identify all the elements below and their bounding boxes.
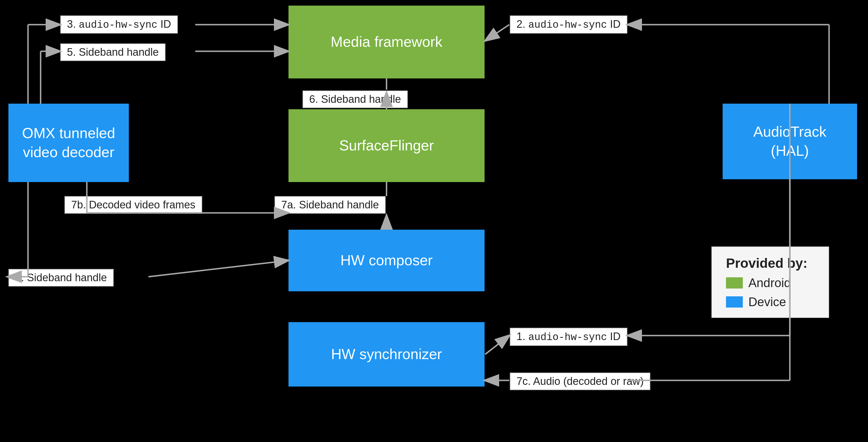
label-7b-decoded: 7b. Decoded video frames — [64, 196, 202, 214]
media-framework-label: Media framework — [331, 32, 442, 52]
label-1-audio-hw-sync: 1. audio-hw-sync ID — [510, 328, 627, 346]
audio-track-label: AudioTrack(HAL) — [753, 122, 826, 160]
legend-item-android: Android — [726, 276, 814, 290]
audio-track-block: AudioTrack(HAL) — [723, 104, 857, 179]
hw-composer-label: HW composer — [340, 251, 432, 270]
hw-sync-block: HW synchronizer — [288, 322, 485, 386]
label-4-sideband: 4. Sideband handle — [8, 269, 114, 287]
legend-title: Provided by: — [726, 255, 814, 271]
legend-box: Provided by: Android Device — [711, 247, 829, 318]
android-color-swatch — [726, 277, 743, 288]
device-color-swatch — [726, 296, 743, 308]
hw-sync-label: HW synchronizer — [331, 345, 442, 364]
label-5-sideband: 5. Sideband handle — [60, 43, 165, 61]
label-2-audio-hw-sync: 2. audio-hw-sync ID — [510, 15, 627, 34]
svg-line-1 — [486, 25, 509, 41]
legend-device-label: Device — [748, 295, 786, 309]
omx-block: OMX tunneledvideo decoder — [8, 104, 129, 182]
media-framework-block: Media framework — [288, 6, 485, 78]
legend-item-device: Device — [726, 295, 814, 309]
label-6-sideband: 6. Sideband handle — [303, 91, 408, 108]
surface-flinger-block: SurfaceFlinger — [288, 109, 485, 182]
svg-line-14 — [149, 260, 288, 277]
svg-line-17 — [485, 336, 509, 354]
label-7a-sideband: 7a. Sideband handle — [275, 196, 386, 214]
omx-label: OMX tunneledvideo decoder — [22, 124, 115, 162]
legend-android-label: Android — [748, 276, 791, 290]
surface-flinger-label: SurfaceFlinger — [339, 136, 434, 155]
label-3-audio-hw-sync: 3. audio-hw-sync ID — [60, 15, 178, 34]
label-7c-audio: 7c. Audio (decoded or raw) — [510, 373, 650, 390]
hw-composer-block: HW composer — [288, 230, 485, 291]
